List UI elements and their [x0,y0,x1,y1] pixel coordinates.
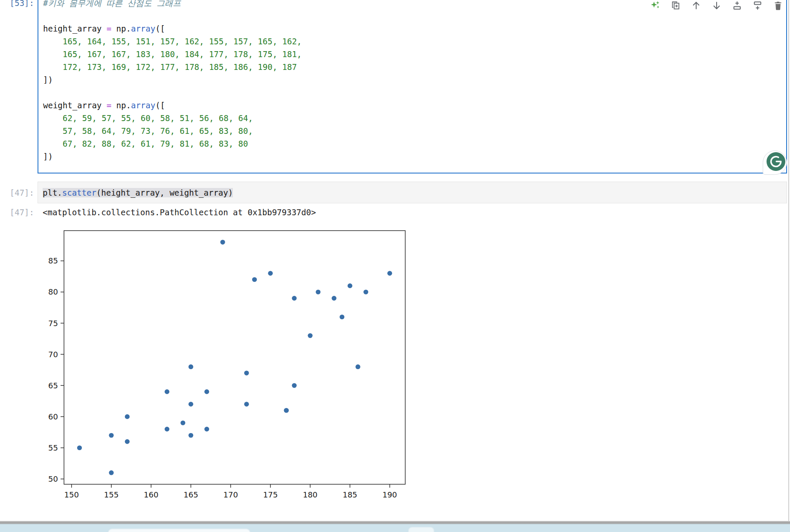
grammarly-icon [767,152,785,171]
input-prompt-47: [47]: [0,186,34,199]
output-repr-text: <matplotlib.collections.PathCollection a… [43,206,316,219]
svg-text:160: 160 [144,490,158,499]
scatter-plot-output: 1501551601651701751801851905055606570758… [26,222,444,512]
code-cell-47[interactable]: plt.scatter(height_array, weight_array) [38,182,787,203]
ai-sparkles-icon[interactable] [650,0,660,11]
move-cell-up-icon[interactable] [691,0,701,11]
code-editor-47[interactable]: plt.scatter(height_array, weight_array) [38,182,787,199]
code-cell-53[interactable]: #키와 몸무게에 따른 산점도 그래프height_array = np.arr… [38,0,787,173]
svg-text:155: 155 [104,490,119,499]
output-prompt-47: [47]: [0,206,34,219]
svg-text:150: 150 [64,490,79,499]
duplicate-cell-icon[interactable] [671,0,681,11]
svg-text:60: 60 [48,412,58,421]
svg-text:75: 75 [48,319,58,328]
scatter-figure-svg: 1501551601651701751801851905055606570758… [26,222,444,512]
grammarly-badge[interactable] [763,150,787,175]
svg-text:85: 85 [48,256,58,265]
insert-cell-above-icon[interactable] [732,0,742,11]
svg-text:180: 180 [303,490,317,499]
svg-text:185: 185 [343,490,357,499]
svg-text:175: 175 [263,490,278,499]
move-cell-down-icon[interactable] [712,0,722,11]
svg-text:50: 50 [48,474,58,483]
code-editor-53[interactable]: #키와 몸무게에 따른 산점도 그래프height_array = np.arr… [38,0,786,163]
scrollbar-track[interactable] [788,0,789,521]
svg-text:70: 70 [48,350,58,359]
svg-text:165: 165 [183,490,198,499]
svg-text:190: 190 [382,490,397,499]
svg-text:80: 80 [48,287,58,296]
windows-taskbar[interactable] [0,524,790,532]
svg-text:55: 55 [48,443,58,452]
cell-toolbar [650,0,783,11]
taskbar-search-box[interactable] [108,529,250,532]
input-prompt-53: [53]: [0,0,34,9]
delete-cell-icon[interactable] [773,0,783,11]
taskbar-app-button[interactable] [408,527,434,532]
insert-cell-below-icon[interactable] [752,0,763,11]
svg-text:170: 170 [223,490,238,499]
svg-text:65: 65 [48,381,58,390]
window-bottom-border [0,521,790,524]
